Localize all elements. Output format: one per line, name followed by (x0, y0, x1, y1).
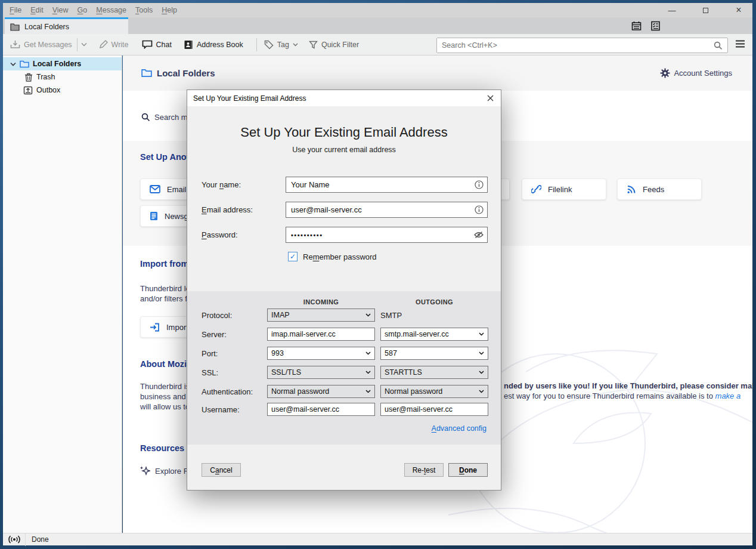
get-messages-label: Get Messages (24, 41, 72, 49)
password-field[interactable] (286, 227, 488, 243)
chevron-down-icon (365, 351, 371, 355)
outgoing-username-input[interactable] (380, 403, 488, 416)
incoming-header: INCOMING (267, 298, 375, 306)
cancel-button[interactable]: Cancel (202, 463, 241, 477)
search-input[interactable] (442, 41, 710, 50)
chat-label: Chat (156, 41, 172, 49)
menu-tools[interactable]: Tools (135, 6, 153, 14)
write-button[interactable]: Write (99, 40, 129, 49)
outgoing-protocol-value: SMTP (380, 311, 402, 320)
thunderbird-window: File Edit View Go Message Tools Help — ×… (0, 0, 756, 549)
incoming-username-input[interactable] (267, 403, 375, 416)
resources-heading: Resources (140, 443, 184, 453)
password-field-wrap (286, 227, 488, 243)
folder-icon (141, 69, 152, 78)
menu-edit[interactable]: Edit (30, 6, 44, 14)
incoming-server-box (267, 328, 375, 341)
outgoing-username-box (380, 403, 488, 416)
outbox-icon (23, 86, 33, 95)
dialog-heading: Set Up Your Existing Email Address (187, 125, 501, 140)
eye-slash-icon[interactable] (474, 231, 484, 239)
quick-filter-button[interactable]: Quick Filter (309, 41, 359, 49)
incoming-port-select[interactable]: 993 (267, 347, 375, 360)
outgoing-ssl-select[interactable]: STARTTLS (380, 366, 488, 379)
chat-button[interactable]: Chat (142, 40, 172, 49)
menu-bar: File Edit View Go Message Tools Help — × (3, 3, 752, 17)
menu-go[interactable]: Go (78, 6, 88, 14)
chevron-down-icon (479, 390, 484, 393)
outgoing-port-select[interactable]: 587 (380, 347, 488, 360)
setup-another-account-heading: Set Up Anot (140, 152, 189, 162)
trash-icon (24, 73, 33, 82)
menu-view[interactable]: View (52, 6, 69, 14)
email-label: Email address: (202, 205, 253, 214)
name-field[interactable] (286, 177, 488, 193)
account-settings-link[interactable]: Account Settings (660, 68, 732, 78)
sidebar-item-trash[interactable]: Trash (3, 70, 122, 84)
maximize-button[interactable] (698, 4, 713, 16)
dialog-close-button[interactable] (484, 92, 497, 104)
get-messages-button[interactable]: Get Messages (10, 40, 72, 49)
address-book-button[interactable]: Address Book (184, 40, 243, 50)
search-icon[interactable] (714, 41, 723, 50)
newsgroup-icon (150, 211, 158, 221)
setup-feeds-label: Feeds (643, 185, 664, 194)
search-messages-row[interactable]: Search me (141, 113, 192, 122)
incoming-ssl-select[interactable]: SSL/TLS (267, 366, 375, 379)
chat-icon (142, 40, 153, 49)
calendar-tab-button[interactable] (630, 19, 643, 32)
menu-message[interactable]: Message (96, 6, 126, 14)
global-search-box[interactable] (436, 38, 728, 53)
quick-filter-label: Quick Filter (321, 41, 359, 49)
minimize-button[interactable]: — (664, 4, 680, 16)
menu-help[interactable]: Help (162, 6, 177, 14)
setup-email-label: Email (167, 185, 187, 194)
mail-toolbar: Get Messages Write Chat Address Book Tag… (3, 34, 752, 55)
remember-password-checkbox[interactable]: ✓ Remember password (288, 252, 377, 261)
write-label: Write (111, 41, 129, 49)
email-field-wrap (286, 202, 488, 218)
email-field[interactable] (286, 202, 488, 218)
tag-button[interactable]: Tag (264, 40, 298, 50)
advanced-config-link[interactable]: Advanced config (432, 424, 487, 433)
sidebar-item-outbox[interactable]: Outbox (3, 84, 122, 97)
tag-icon (264, 40, 274, 50)
incoming-server-input[interactable] (267, 328, 375, 341)
sidebar-item-local-folders[interactable]: Local Folders (3, 57, 122, 70)
get-messages-dropdown[interactable] (81, 42, 87, 47)
dialog-titlebar[interactable]: Set Up Your Existing Email Address (187, 90, 501, 106)
setup-filelink-button[interactable]: Filelink (522, 178, 606, 200)
close-window-button[interactable]: × (731, 4, 746, 16)
donate-text: est way for you to ensure Thunderbird re… (504, 391, 740, 400)
tasks-icon (650, 21, 661, 31)
make-a-donation-link[interactable]: make a (715, 391, 741, 400)
incoming-auth-select[interactable]: Normal password (267, 385, 375, 398)
explore-features-link[interactable]: Explore Fe (140, 466, 193, 476)
twisty-expanded-icon[interactable] (10, 62, 16, 66)
outgoing-header: OUTGOING (380, 298, 488, 306)
outgoing-auth-select[interactable]: Normal password (380, 385, 488, 398)
password-label: Password: (202, 230, 238, 239)
tab-local-folders[interactable]: Local Folders (5, 17, 128, 34)
search-icon (141, 113, 150, 122)
chevron-down-icon (365, 390, 371, 393)
pencil-icon (99, 40, 108, 49)
import-icon (150, 323, 160, 332)
authentication-label: Authentication: (202, 387, 253, 396)
done-button[interactable]: Done (448, 463, 488, 477)
setup-newsgroup-label: Newsg (165, 212, 188, 221)
app-menu-button[interactable] (735, 40, 745, 48)
info-icon (475, 180, 484, 189)
toolbar-divider (77, 38, 78, 51)
close-icon (487, 95, 494, 101)
outgoing-server-select[interactable]: smtp.mail-server.cc (380, 328, 488, 341)
chevron-down-icon (479, 351, 484, 355)
menu-file[interactable]: File (10, 6, 21, 14)
setup-feeds-button[interactable]: Feeds (617, 178, 702, 200)
chevron-down-icon (81, 42, 87, 47)
name-label: Your name: (202, 180, 241, 189)
incoming-protocol-select[interactable]: IMAP (267, 309, 375, 322)
retest-button[interactable]: Re-test (404, 463, 444, 477)
name-field-wrap (286, 177, 488, 193)
tasks-tab-button[interactable] (649, 19, 662, 32)
